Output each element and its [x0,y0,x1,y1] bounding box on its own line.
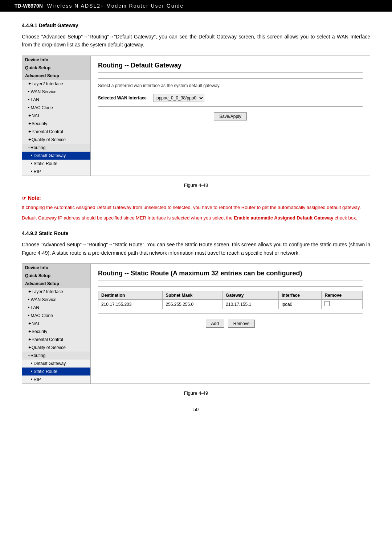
panel2-title: Routing -- Static Route (A maximum 32 en… [98,270,363,280]
cell-interface: ipoa0 [278,300,321,309]
sidebar1-security[interactable]: ✦Security [22,120,90,128]
note-text2-after: check box. [333,215,357,221]
cell-subnet-mask: 255.255.255.0 [163,300,223,309]
section1-heading: 4.4.9.1 Default Gateway [22,22,370,28]
section1-body: Choose "Advanced Setup"→"Routing"→"Defau… [22,33,370,49]
sidebar1-advanced-setup[interactable]: Advanced Setup [22,72,90,80]
cell-remove-checkbox[interactable] [322,300,363,309]
panel1-form-label: Selected WAN Interface [98,95,149,100]
figure-48-container: Device Info Quick Setup Advanced Setup ✦… [22,56,370,176]
note-text2: Default Gateway IP address should be spe… [22,214,370,222]
note-title: ☞ Note: [22,195,370,201]
sidebar2-device-info[interactable]: Device Info [22,264,90,272]
sidebar2-nat[interactable]: ✦NAT [22,320,90,328]
guide-title: Wireless N ADSL2+ Modem Router User Guid… [47,3,184,9]
col-remove: Remove [322,291,363,300]
sidebar1-qos[interactable]: ✦Quality of Service [22,136,90,144]
sidebar2-layer2[interactable]: ✦Layer2 Interface [22,288,90,296]
figure-49-container: Device Info Quick Setup Advanced Setup ✦… [22,263,370,384]
figure48-caption: Figure 4-48 [22,182,370,188]
panel1-divider-bottom [98,106,363,107]
sidebar1-device-info[interactable]: Device Info [22,56,90,64]
save-apply-button[interactable]: Save/Apply [214,112,247,120]
sidebar1-nat[interactable]: ✦NAT [22,112,90,120]
sidebar1-wan-service[interactable]: • WAN Service [22,88,90,96]
cell-gateway: 210.17.155.1 [223,300,279,309]
figure49-caption: Figure 4-49 [22,390,370,396]
sidebar1-mac-clone[interactable]: • MAC Clone [22,104,90,112]
panel1-form-row: Selected WAN Interface pppoe_0_0_38/ppp0 [98,94,363,102]
note-section: ☞ Note: If changing the Automatic Assign… [22,195,370,222]
remove-checkbox[interactable] [324,301,330,306]
sidebar1-lan[interactable]: • LAN [22,96,90,104]
panel1-divider-top [98,78,363,79]
sidebar2-advanced-setup[interactable]: Advanced Setup [22,280,90,288]
panel-1: Routing -- Default Gateway Select a pref… [91,56,370,176]
sidebar1-parental-control[interactable]: ✦Parental Control [22,128,90,136]
table-row: 210.17.155.203 255.255.255.0 210.17.155.… [98,300,363,309]
panel2-divider-bottom [98,313,363,314]
panel-2: Routing -- Static Route (A maximum 32 en… [91,263,370,384]
sidebar2-mac-clone[interactable]: • MAC Clone [22,312,90,320]
panel2-btn-row: Add Remove [98,320,363,328]
page-number: 50 [22,407,370,412]
panel2-divider-top [98,286,363,287]
col-gateway: Gateway [223,291,279,300]
sidebar2-quick-setup[interactable]: Quick Setup [22,272,90,280]
page-header: TD-W8970N Wireless N ADSL2+ Modem Router… [0,0,392,12]
sidebar2-parental-control[interactable]: ✦Parental Control [22,336,90,344]
sidebar1-routing[interactable]: −Routing [22,144,90,152]
remove-button[interactable]: Remove [228,320,255,328]
sidebar2-qos[interactable]: ✦Quality of Service [22,344,90,352]
sidebar2-wan-service[interactable]: • WAN Service [22,296,90,304]
sidebar2-static-route[interactable]: • Static Route [22,368,90,376]
sidebar2-default-gateway[interactable]: • Default Gateway [22,360,90,368]
sidebar1-rip[interactable]: • RIP [22,168,90,176]
sidebar2-security[interactable]: ✦Security [22,328,90,336]
col-subnet-mask: Subnet Mask [163,291,223,300]
note-phone-icon: ☞ [22,195,26,201]
cell-destination: 210.17.155.203 [98,300,163,309]
panel1-description: Select a preferred wan interface as the … [98,83,363,88]
model-name: TD-W8970N [15,3,43,9]
sidebar1-static-route[interactable]: • Static Route [22,160,90,168]
sidebar2-rip[interactable]: • RIP [22,376,90,383]
sidebar1-layer2[interactable]: ✦Layer2 Interface [22,80,90,88]
sidebar-1: Device Info Quick Setup Advanced Setup ✦… [22,56,91,176]
col-destination: Destination [98,291,163,300]
col-interface: Interface [278,291,321,300]
sidebar2-lan[interactable]: • LAN [22,304,90,312]
sidebar1-default-gateway[interactable]: • Default Gateway [22,152,90,160]
sidebar-2: Device Info Quick Setup Advanced Setup ✦… [22,263,91,384]
section2-heading: 4.4.9.2 Static Route [22,230,370,236]
static-route-table: Destination Subnet Mask Gateway Interfac… [98,291,363,309]
sidebar2-routing[interactable]: −Routing [22,352,90,360]
sidebar1-quick-setup[interactable]: Quick Setup [22,64,90,72]
note-text2-bold: Enable automatic Assigned Default Gatewa… [234,215,333,221]
section2-body: Choose "Advanced Setup"→"Routing"→"Stati… [22,241,370,257]
note-text2-before: Default Gateway IP address should be spe… [22,215,234,221]
page-content: 4.4.9.1 Default Gateway Choose "Advanced… [0,12,392,423]
note-text1: If changing the Automatic Assigned Defau… [22,204,370,212]
panel1-title: Routing -- Default Gateway [98,62,363,73]
panel1-btn-row: Save/Apply [98,112,363,120]
panel1-wan-dropdown[interactable]: pppoe_0_0_38/ppp0 [153,94,204,102]
add-button[interactable]: Add [206,320,224,328]
